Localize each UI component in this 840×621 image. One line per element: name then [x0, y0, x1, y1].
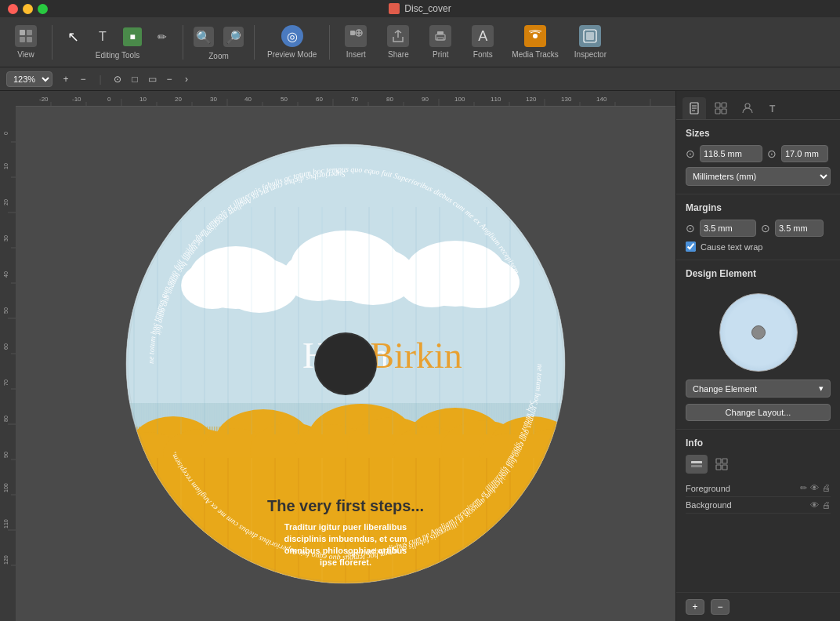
- inspector-tab-layout[interactable]: [709, 97, 733, 119]
- info-section: Info Foreground ✏ 👁 🖨 Background: [676, 430, 840, 592]
- background-layer-row: Background 👁 🖨: [686, 497, 831, 514]
- svg-text:50: 50: [3, 307, 9, 314]
- outer-margin-input[interactable]: [700, 220, 756, 237]
- change-layout-row: Change Layout...: [686, 404, 831, 421]
- inspector-tool[interactable]: Inspector: [568, 22, 613, 62]
- svg-text:140: 140: [596, 96, 607, 103]
- inspector-tab-file[interactable]: [682, 97, 706, 119]
- outer-diameter-input[interactable]: [700, 145, 762, 162]
- zoom-bar-controls: + − | ⊙ □ ▭ − ›: [59, 72, 194, 86]
- svg-text:110: 110: [491, 96, 501, 103]
- inspector-label: Inspector: [574, 50, 606, 59]
- svg-rect-168: [722, 103, 726, 107]
- fonts-label: Fonts: [473, 50, 493, 59]
- svg-text:80: 80: [3, 416, 9, 422]
- svg-text:40: 40: [3, 271, 9, 278]
- sizes-outer-row: ⊙ ⊙: [686, 145, 831, 162]
- svg-text:0: 0: [107, 96, 111, 103]
- fonts-tool[interactable]: A Fonts: [463, 22, 502, 62]
- arrow-right-icon[interactable]: ›: [179, 72, 194, 86]
- svg-text:10: 10: [3, 163, 9, 169]
- svg-text:100: 100: [3, 483, 9, 492]
- rect-icon[interactable]: ▭: [145, 72, 159, 86]
- shape-tool[interactable]: ■: [118, 24, 147, 49]
- canvas-area[interactable]: -20 -10 0 10 20 30 40 50 60 70 80 90 100…: [0, 91, 675, 621]
- grid-tab[interactable]: [711, 455, 733, 474]
- minus-icon[interactable]: −: [76, 72, 90, 86]
- svg-text:130: 130: [561, 96, 572, 103]
- insert-label: Insert: [346, 50, 366, 59]
- window-title: Disc_cover: [389, 3, 451, 14]
- disc-preview: [719, 293, 798, 372]
- inspector-tab-text[interactable]: T: [762, 97, 786, 119]
- target-icon[interactable]: ⊙: [110, 72, 125, 86]
- zoom-select[interactable]: 50% 75% 100% 123% 150% 200%: [6, 71, 52, 87]
- svg-text:ipse floreret.: ipse floreret.: [320, 557, 371, 567]
- change-layout-label: Change Layout...: [726, 408, 791, 417]
- canvas-content: ne totum hoc tempus quo equo fuit inside…: [16, 107, 675, 621]
- background-visible-icon[interactable]: 👁: [810, 500, 819, 510]
- outer-circle-icon: ⊙: [686, 147, 695, 160]
- close-button[interactable]: [8, 4, 18, 14]
- svg-rect-9: [437, 31, 444, 34]
- background-layer-icons: 👁 🖨: [810, 500, 831, 510]
- preview-label: Preview Mode: [267, 50, 317, 59]
- view-tool[interactable]: View: [6, 22, 45, 62]
- shape-icon: ■: [123, 27, 142, 46]
- background-print-icon[interactable]: 🖨: [822, 500, 831, 510]
- svg-text:60: 60: [3, 343, 9, 350]
- preview-icon: ◎: [281, 25, 303, 47]
- margins-section: Margins ⊙ ⊙ Cause text wrap: [676, 194, 840, 260]
- text-tool[interactable]: T: [89, 24, 117, 49]
- change-layout-button[interactable]: Change Layout...: [686, 404, 831, 421]
- svg-text:10: 10: [139, 96, 147, 103]
- zoom-label: Zoom: [208, 52, 229, 60]
- svg-rect-170: [722, 109, 726, 114]
- zoom-in-tool[interactable]: 🔎: [219, 24, 248, 50]
- unit-dropdown[interactable]: Millimeters (mm) Centimeters (cm) Inches…: [686, 167, 831, 186]
- media-tracks-tool[interactable]: Media Tracks: [505, 22, 564, 62]
- separator-3: [254, 25, 255, 60]
- share-tool[interactable]: Share: [378, 22, 418, 62]
- svg-rect-14: [16, 91, 675, 107]
- layers-tab[interactable]: [686, 455, 708, 474]
- separator-zoom: |: [93, 72, 107, 86]
- zoom-out-tool[interactable]: 🔍: [190, 24, 218, 50]
- print-tool[interactable]: Print: [421, 22, 460, 62]
- title-label: Disc_cover: [404, 3, 451, 14]
- svg-rect-13: [586, 32, 594, 40]
- view-label: View: [17, 50, 34, 59]
- svg-text:30: 30: [210, 96, 217, 103]
- foreground-print-icon[interactable]: 🖨: [822, 483, 831, 493]
- svg-text:-10: -10: [72, 96, 81, 103]
- window-controls[interactable]: [8, 4, 48, 14]
- inspector-tab-person[interactable]: [736, 97, 759, 119]
- svg-text:20: 20: [175, 96, 182, 103]
- remove-layer-button[interactable]: −: [711, 599, 730, 615]
- insert-tool[interactable]: Insert: [336, 22, 375, 62]
- svg-rect-1: [27, 30, 32, 35]
- dash-icon[interactable]: −: [162, 72, 176, 86]
- inner-margin-input[interactable]: [775, 220, 824, 237]
- inner-diameter-input[interactable]: [781, 145, 828, 162]
- minimize-button[interactable]: [23, 4, 33, 14]
- svg-rect-2: [20, 37, 25, 42]
- change-element-button[interactable]: Change Element ▾: [686, 380, 831, 398]
- cause-text-wrap-checkbox[interactable]: [686, 242, 696, 252]
- svg-rect-167: [715, 103, 720, 107]
- draw-tool[interactable]: ✏: [148, 24, 176, 49]
- main-area: -20 -10 0 10 20 30 40 50 60 70 80 90 100…: [0, 91, 840, 621]
- arrow-tool[interactable]: ↖: [59, 24, 87, 49]
- square-icon[interactable]: □: [128, 72, 142, 86]
- add-layer-button[interactable]: +: [686, 599, 704, 615]
- inner-margin-icon: ⊙: [761, 222, 770, 234]
- maximize-button[interactable]: [38, 4, 48, 14]
- foreground-edit-icon[interactable]: ✏: [800, 483, 807, 493]
- foreground-visible-icon[interactable]: 👁: [810, 483, 819, 493]
- margins-title: Margins: [686, 202, 831, 213]
- preview-mode-tool[interactable]: ◎ Preview Mode: [261, 22, 323, 62]
- add-icon[interactable]: +: [59, 72, 73, 86]
- svg-text:90: 90: [3, 452, 9, 458]
- svg-rect-4: [350, 31, 355, 35]
- svg-text:T: T: [769, 104, 776, 114]
